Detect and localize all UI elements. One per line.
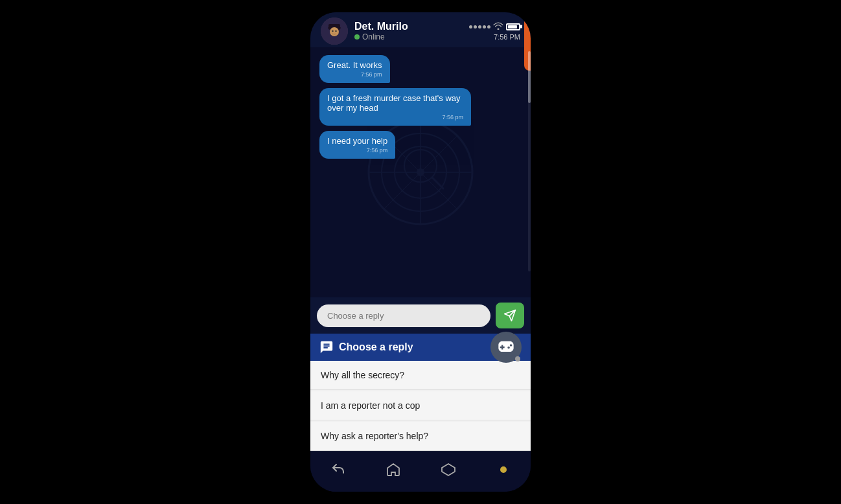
signal-dot-5: [487, 25, 490, 29]
scroll-indicator[interactable]: [528, 51, 531, 271]
battery-icon: [506, 23, 520, 30]
message-2-text: I got a fresh murder case that's way ove…: [327, 93, 461, 113]
message-3: I need your help 7:56 pm: [319, 131, 395, 159]
scroll-thumb: [528, 51, 531, 103]
svg-point-8: [395, 146, 446, 198]
status-right: 7:56 PM: [469, 21, 520, 41]
contact-text: Det. Murilo Online: [354, 21, 408, 41]
status-dot: [354, 34, 360, 40]
reply-option-2[interactable]: I am a reporter not a cop: [310, 391, 531, 420]
nav-back-button[interactable]: [325, 457, 351, 483]
svg-point-9: [417, 168, 424, 176]
reply-option-3[interactable]: Why ask a reporter's help?: [310, 422, 531, 451]
signal-dot-2: [474, 25, 477, 29]
reply-option-1[interactable]: Why all the secrecy?: [310, 361, 531, 390]
home-icon: [386, 462, 401, 477]
signal-dot-4: [483, 25, 486, 29]
nav-dot-indicator[interactable]: [490, 457, 516, 483]
message-2: I got a fresh murder case that's way ove…: [319, 88, 471, 126]
wifi-icon: [493, 21, 503, 32]
message-1-time: 7:56 pm: [327, 71, 382, 78]
header: Det. Murilo Online: [310, 12, 531, 47]
reply-options: Why all the secrecy? I am a reporter not…: [310, 361, 531, 451]
input-area: [310, 297, 531, 334]
message-1-text: Great. It works: [327, 60, 382, 70]
time-display: 7:56 PM: [494, 33, 520, 41]
bottom-navigation: [310, 451, 531, 492]
message-2-time: 7:56 pm: [327, 114, 463, 120]
message-3-time: 7:56 pm: [327, 147, 387, 154]
avatar: [321, 17, 348, 45]
svg-point-14: [404, 150, 437, 182]
chat-bubble-icon: [319, 340, 334, 354]
phone-container: Det. Murilo Online: [310, 12, 531, 492]
choose-reply-header: Choose a reply: [310, 334, 531, 361]
svg-point-4: [332, 30, 333, 32]
signal-dot-1: [469, 25, 472, 29]
message-1: Great. It works 7:56 pm: [319, 55, 390, 83]
chat-background: [310, 47, 531, 297]
svg-point-5: [335, 30, 336, 32]
contact-status: Online: [354, 32, 408, 41]
battery-fill: [508, 25, 517, 29]
svg-point-3: [330, 27, 339, 36]
svg-line-15: [432, 178, 443, 189]
game-controller-icon: [497, 338, 515, 356]
send-button[interactable]: [496, 303, 524, 328]
status-label: Online: [362, 32, 385, 41]
choose-reply-title: Choose a reply: [339, 341, 413, 353]
game-controller-button[interactable]: [490, 332, 522, 363]
contact-info: Det. Murilo Online: [321, 17, 408, 45]
reply-input[interactable]: [317, 304, 490, 327]
signal-dots: [469, 25, 490, 29]
signal-dot-3: [478, 25, 481, 29]
nav-bag-button[interactable]: [435, 457, 461, 483]
message-3-text: I need your help: [327, 136, 387, 146]
nav-dot: [500, 466, 507, 473]
signal-battery: [469, 21, 520, 32]
contact-name: Det. Murilo: [354, 21, 408, 32]
nav-home-button[interactable]: [380, 457, 406, 483]
bag-icon: [441, 462, 456, 477]
chat-area: Great. It works 7:56 pm I got a fresh mu…: [310, 47, 531, 297]
back-icon: [330, 462, 346, 477]
